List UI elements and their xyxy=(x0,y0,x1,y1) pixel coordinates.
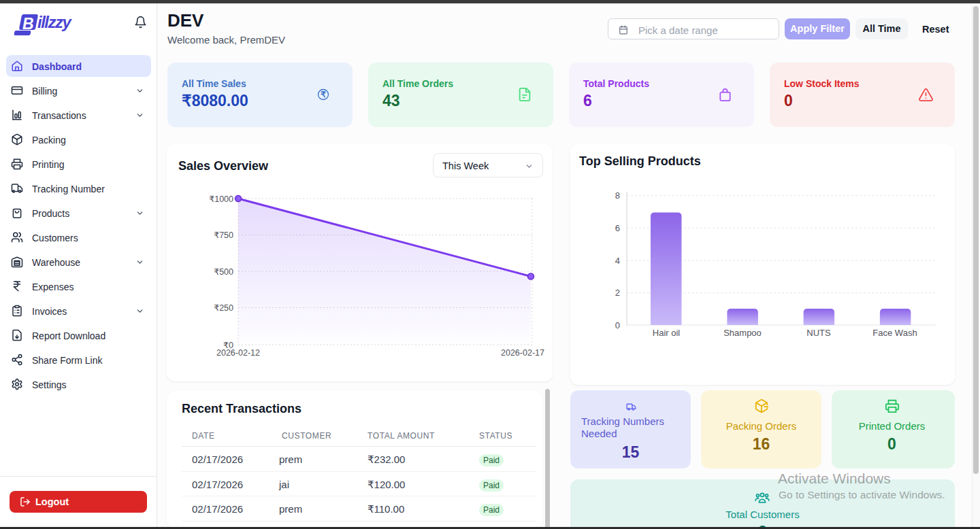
svg-text:2: 2 xyxy=(615,288,620,298)
svg-text:6: 6 xyxy=(615,223,620,233)
svg-text:Shampoo: Shampoo xyxy=(723,328,762,338)
svg-text:Face Wash: Face Wash xyxy=(872,328,917,338)
svg-text:₹250: ₹250 xyxy=(214,303,233,313)
svg-text:₹1000: ₹1000 xyxy=(209,194,233,204)
svg-text:₹: ₹ xyxy=(321,90,326,99)
svg-text:Hair oil: Hair oil xyxy=(653,328,681,338)
svg-text:₹500: ₹500 xyxy=(214,267,233,277)
svg-text:2026-02-17: 2026-02-17 xyxy=(501,348,544,358)
svg-text:NUTS: NUTS xyxy=(806,328,831,338)
svg-text:2026-02-12: 2026-02-12 xyxy=(216,348,260,358)
svg-text:4: 4 xyxy=(615,256,620,266)
svg-text:8: 8 xyxy=(615,190,620,201)
svg-text:0: 0 xyxy=(615,320,620,330)
svg-text:₹750: ₹750 xyxy=(214,231,233,240)
